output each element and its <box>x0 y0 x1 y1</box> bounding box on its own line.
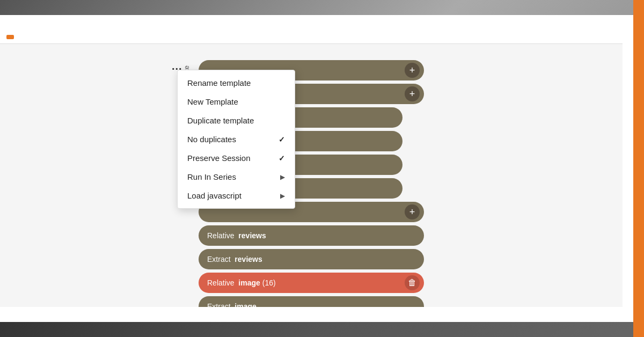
trash-button-relative-image[interactable]: 🗑 <box>405 275 420 290</box>
relative-reviews-text: Relative reviews <box>207 231 266 240</box>
template-row-extract-reviews: Extract reviews <box>199 249 424 269</box>
extract-reviews-text: Extract reviews <box>207 255 262 263</box>
plus-button-2[interactable]: + <box>405 86 420 101</box>
logo-accent <box>6 35 14 39</box>
menu-item-new-template-label: New Template <box>187 97 238 106</box>
menu-item-no-duplicates[interactable]: No duplicates ✓ <box>178 130 295 149</box>
menu-item-new-template[interactable]: New Template <box>178 92 295 111</box>
extract-image-text: Extract image <box>207 302 257 307</box>
template-row-extract-image: Extract image <box>199 296 424 307</box>
menu-item-preserve-session[interactable]: Preserve Session ✓ <box>178 149 295 167</box>
orange-sidebar <box>633 0 644 337</box>
menu-item-duplicate[interactable]: Duplicate template <box>178 111 295 130</box>
run-in-series-arrow: ▶ <box>280 173 285 181</box>
top-bar <box>0 30 623 44</box>
menu-item-duplicate-label: Duplicate template <box>187 116 254 125</box>
main-area: ... Rename template New Template Duplica… <box>0 15 633 322</box>
template-row-relative-reviews: Relative reviews <box>199 225 424 246</box>
plus-button-7[interactable]: + <box>405 204 420 219</box>
canvas-area: ... Rename template New Template Duplica… <box>0 44 623 307</box>
plus-button-1[interactable]: + <box>405 63 420 78</box>
menu-item-rename-label: Rename template <box>187 78 251 87</box>
preserve-session-check: ✓ <box>279 154 285 163</box>
menu-item-run-in-series-label: Run In Series <box>187 172 236 181</box>
menu-item-no-duplicates-label: No duplicates <box>187 135 236 144</box>
load-javascript-arrow: ▶ <box>280 192 285 200</box>
menu-item-preserve-session-label: Preserve Session <box>187 153 251 163</box>
no-duplicates-check: ✓ <box>279 135 285 144</box>
menu-item-load-javascript-label: Load javascript <box>187 191 241 200</box>
background-top <box>0 0 644 16</box>
template-container: ... Rename template New Template Duplica… <box>177 60 467 307</box>
menu-item-load-javascript[interactable]: Load javascript ▶ <box>178 186 295 205</box>
relative-image-text: Relative image (16) <box>207 279 276 287</box>
context-menu: Rename template New Template Duplicate t… <box>177 70 295 209</box>
template-row-relative-image: Relative image (16) 🗑 <box>199 273 424 293</box>
menu-item-run-in-series[interactable]: Run In Series ▶ <box>178 167 295 186</box>
menu-item-rename[interactable]: Rename template <box>178 74 295 92</box>
